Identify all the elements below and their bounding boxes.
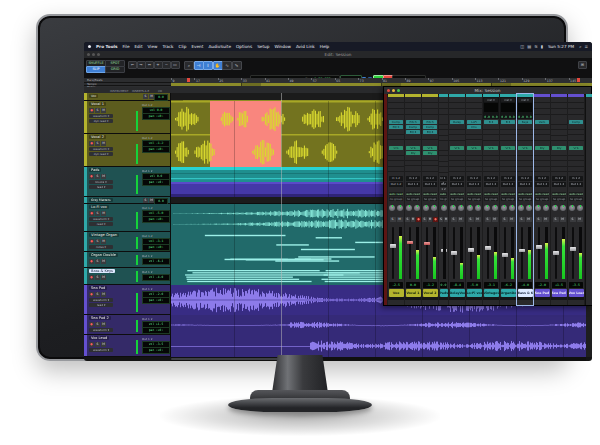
solo-button[interactable]: S <box>451 217 457 222</box>
status-icon-2[interactable]: ≋ <box>534 44 538 49</box>
pan-knob[interactable] <box>492 205 498 211</box>
output-path-selector[interactable]: Out 1-2 <box>552 182 566 187</box>
solo-button[interactable]: S <box>95 141 100 146</box>
zoom-button-0[interactable]: ← <box>128 61 137 69</box>
pan-knob[interactable] <box>389 205 395 211</box>
track-name[interactable]: Lo-Fi vox <box>89 205 109 209</box>
pan-lcd[interactable]: pan ‹+0› <box>142 216 170 223</box>
pan-knob[interactable] <box>552 205 558 211</box>
input-path-selector[interactable]: In 1-2 <box>569 176 583 181</box>
mute-button[interactable]: M <box>492 217 498 222</box>
mute-button[interactable]: M <box>101 141 106 146</box>
pan-knob[interactable] <box>577 205 583 211</box>
solo-button[interactable]: S <box>536 217 542 222</box>
pan-knob[interactable] <box>535 205 541 211</box>
pan-knob[interactable] <box>509 205 515 211</box>
track-name[interactable]: Sea Pad <box>89 286 107 290</box>
track-name[interactable]: Vintage Organ <box>89 233 119 237</box>
input-path-selector[interactable]: In 1-2 <box>484 176 498 181</box>
pan-knob[interactable] <box>458 205 464 211</box>
tool-button-pencil[interactable]: ✎ <box>232 61 242 70</box>
mute-button[interactable]: M <box>101 342 106 347</box>
mixer-strip[interactable]: DelayVrbIn 1-2Out 1-2auto readno groupSM… <box>449 94 465 305</box>
tool-button-trim[interactable]: ⊣ <box>194 61 204 70</box>
input-path-selector[interactable]: In 1-2 <box>389 176 403 181</box>
solo-button[interactable]: S <box>95 211 100 216</box>
mute-button[interactable]: M <box>509 217 515 222</box>
fader-handle[interactable] <box>390 244 397 248</box>
zoom-button-2[interactable]: ↔ <box>145 61 154 69</box>
solo-button[interactable]: S <box>95 275 100 280</box>
automation-mode-button[interactable]: auto read <box>518 192 532 196</box>
track-view-selector[interactable]: waveform ▾ <box>89 348 113 352</box>
menu-item-options[interactable]: Options <box>236 44 252 49</box>
input-path-selector[interactable]: In 1-2 <box>501 176 515 181</box>
pan-lcd[interactable]: pan ‹+0› <box>142 179 170 186</box>
record-enable-button[interactable]: ● <box>89 211 94 216</box>
menu-item-audiosuite[interactable]: AudioSuite <box>208 44 231 49</box>
mixer-strip[interactable]: inst ▾0.0 0.0KeysVrbIn 1-2Out 1-2auto re… <box>517 94 533 305</box>
automation-mode-button[interactable]: auto read <box>501 192 515 196</box>
pan-knob[interactable] <box>543 205 549 211</box>
pan-knob[interactable] <box>467 205 473 211</box>
strip-name[interactable]: Bass & Keys <box>518 289 533 297</box>
output-path-selector[interactable]: Out 1-2 <box>423 182 437 187</box>
record-enable-button[interactable]: ● <box>89 342 94 347</box>
mute-button[interactable]: M <box>101 211 106 216</box>
output-path-selector[interactable]: Out 1-2 <box>450 182 464 187</box>
automation-mode-button[interactable]: auto read <box>423 192 437 196</box>
fader-handle[interactable] <box>468 248 475 252</box>
track-name[interactable]: Vox Lead <box>89 336 109 340</box>
fader-handle[interactable] <box>485 246 492 250</box>
menu-item-help[interactable]: Help <box>320 44 330 49</box>
strip-name[interactable]: Vocal 2 <box>423 289 438 297</box>
menu-item-edit[interactable]: Edit <box>134 44 142 49</box>
group-assign-button[interactable]: no group <box>535 197 549 201</box>
pan-knob[interactable] <box>450 205 456 211</box>
solo-button[interactable]: S <box>405 217 410 222</box>
track-lane[interactable] <box>171 335 592 356</box>
output-path-selector[interactable]: Out 1-2 <box>440 182 447 187</box>
record-button[interactable]: ● <box>433 217 438 222</box>
output-path-selector[interactable]: Out 1-2 <box>389 182 403 187</box>
track-header[interactable]: VoxSM0.0 <box>84 93 171 100</box>
playhead-marker[interactable] <box>187 78 190 82</box>
record-enable-button[interactable]: ● <box>89 108 94 113</box>
solo-button[interactable]: S <box>390 217 396 222</box>
menu-item-window[interactable]: Window <box>274 44 291 49</box>
menu-item-file[interactable]: File <box>122 44 129 49</box>
automation-mode-button[interactable]: auto read <box>569 192 583 196</box>
group-assign-button[interactable]: no group <box>501 197 515 201</box>
solo-button[interactable]: S <box>422 217 427 222</box>
solo-button[interactable]: S <box>485 217 491 222</box>
record-enable-button[interactable]: ● <box>89 141 94 146</box>
pan-lcd[interactable]: pan ‹+0› <box>142 244 170 251</box>
tool-button-scrub[interactable]: ∿ <box>222 61 232 70</box>
track-lane[interactable] <box>171 315 592 334</box>
mixer-strip[interactable]: In 1-2Out 1-2auto readno groupSM0.0Pads <box>439 94 448 305</box>
track-header[interactable]: Vintage Organ●SMnotes ▾Out 1-2vol -3.1pa… <box>84 232 171 251</box>
track-view-selector[interactable]: blocks ▾ <box>89 180 113 184</box>
mute-button[interactable]: M <box>458 217 464 222</box>
solo-button[interactable]: S <box>468 217 474 222</box>
mute-button[interactable]: M <box>526 217 532 222</box>
track-header[interactable]: Sea Pad 2●SMwaveform ▾Out 1-2vol +1.5pan… <box>84 315 171 334</box>
mixer-strip[interactable]: inst ▾0.0 0.0B-3VrbIn 1-2Out 1-2auto rea… <box>483 94 499 305</box>
pan-lcd[interactable]: pan ‹+0› <box>142 297 170 304</box>
mute-button[interactable]: M <box>397 217 403 222</box>
record-enable-button[interactable]: ● <box>89 239 94 244</box>
mode-button-slip[interactable]: SLIP <box>86 66 106 73</box>
mute-button[interactable]: M <box>101 292 106 297</box>
mute-button[interactable]: M <box>560 217 566 222</box>
mute-button[interactable]: M <box>101 239 106 244</box>
solo-button[interactable]: S <box>519 217 525 222</box>
track-view-selector[interactable]: waveform ▾ <box>89 147 113 151</box>
automation-mode-selector[interactable]: dyn read ▾ <box>89 119 113 123</box>
record-enable-button[interactable]: ● <box>89 259 94 264</box>
audio-clip-canvas[interactable] <box>171 335 592 357</box>
group-assign-button[interactable]: no group <box>552 197 566 201</box>
input-path-selector[interactable]: In 1-2 <box>535 176 549 181</box>
input-path-selector[interactable]: In 1-2 <box>518 176 532 181</box>
pan-knob[interactable] <box>397 205 403 211</box>
solo-button[interactable]: S <box>95 342 100 347</box>
